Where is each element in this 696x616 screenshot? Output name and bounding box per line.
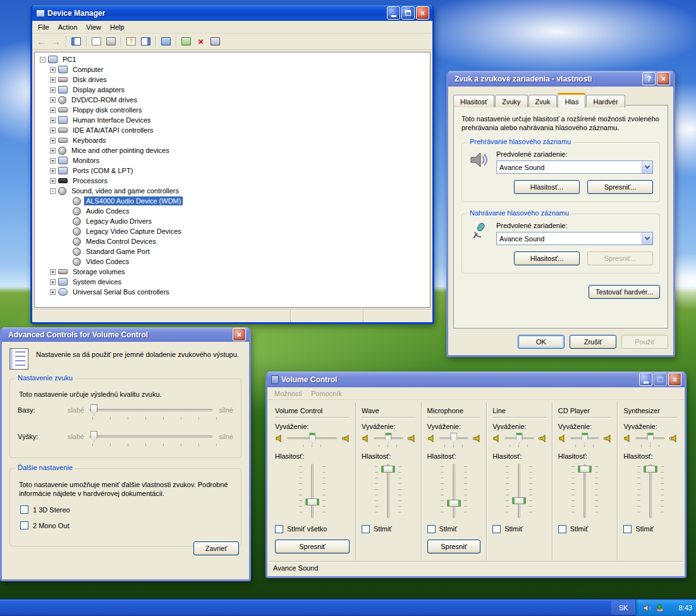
volume-thumb[interactable] — [381, 466, 395, 473]
balance-thumb[interactable] — [582, 433, 589, 444]
tree-item-game-port[interactable]: Standard Game Port — [36, 246, 430, 257]
test-hardware-button[interactable]: Testovať hardvér... — [589, 285, 660, 299]
help-button[interactable]: ? — [642, 72, 656, 85]
tree-item-legacy-video[interactable]: Legacy Video Capture Devices — [36, 226, 430, 236]
recording-device-select[interactable]: Avance Sound — [496, 232, 653, 245]
chevron-down-icon[interactable] — [642, 233, 652, 245]
balance-slider[interactable] — [634, 433, 666, 444]
volume-slider[interactable] — [427, 464, 481, 519]
playback-advanced-button[interactable]: Spresniť... — [587, 180, 653, 194]
tree-item-als4000[interactable]: ALS4000 Audio Device (WDM) — [36, 196, 430, 206]
volume-slider[interactable] — [558, 464, 612, 519]
chevron-down-icon[interactable] — [642, 161, 652, 173]
device-manager-titlebar[interactable]: Device Manager × — [32, 5, 432, 21]
safely-remove-hardware-icon[interactable] — [655, 603, 664, 613]
back-icon[interactable]: ← — [35, 35, 48, 48]
scan-hardware-icon[interactable] — [159, 35, 173, 48]
tree-item-computer[interactable]: +Computer — [36, 64, 430, 75]
tree-item-audio-codecs[interactable]: Audio Codecs — [36, 206, 430, 216]
maximize-button[interactable] — [401, 6, 415, 20]
balance-slider[interactable] — [438, 433, 470, 444]
volume-tray-icon[interactable] — [642, 603, 652, 613]
balance-slider[interactable] — [503, 433, 535, 444]
volume-thumb[interactable] — [578, 466, 592, 473]
balance-thumb[interactable] — [647, 433, 654, 444]
balance-thumb[interactable] — [385, 433, 392, 444]
help-pages-icon[interactable]: ? — [125, 35, 138, 48]
3d-stereo-checkbox[interactable] — [20, 505, 28, 514]
tree-item-monitors[interactable]: +Monitors — [36, 155, 430, 166]
close-dialog-button[interactable]: Zavrieť — [193, 541, 239, 555]
mute-checkbox[interactable] — [623, 525, 632, 533]
playback-volume-button[interactable]: Hlasitosť... — [514, 180, 580, 194]
mute-all-checkbox[interactable] — [275, 525, 283, 533]
tree-item-usb-controllers[interactable]: +Universal Serial Bus controllers — [36, 287, 430, 297]
mono-out-checkbox[interactable] — [20, 521, 28, 529]
tree-item-sound-controllers[interactable]: -Sound, video and game controllers — [36, 186, 430, 196]
treble-slider-thumb[interactable] — [90, 431, 97, 442]
menu-help[interactable]: Help — [106, 22, 129, 32]
mute-checkbox[interactable] — [558, 525, 566, 533]
properties-icon[interactable] — [90, 35, 103, 48]
balance-thumb[interactable] — [450, 433, 457, 444]
uninstall-device-icon[interactable] — [209, 35, 222, 48]
tree-item-dvd-drives[interactable]: +DVD/CD-ROM drives — [36, 95, 430, 105]
show-action-pane-icon[interactable] — [139, 35, 152, 48]
bass-slider-thumb[interactable] — [90, 404, 97, 416]
volume-slider[interactable] — [492, 464, 546, 519]
volume-slider[interactable] — [362, 464, 415, 519]
balance-slider[interactable] — [286, 433, 339, 444]
tree-item-display-adapters[interactable]: +Display adapters — [36, 85, 430, 95]
tab-hlasitost[interactable]: Hlasitosť — [453, 95, 494, 107]
tree-item-media-control[interactable]: Media Control Devices — [36, 236, 430, 246]
minimize-button[interactable] — [639, 373, 652, 386]
tree-item-floppy-controllers[interactable]: +Floppy disk controllers — [36, 105, 430, 115]
tab-zvuky[interactable]: Zvuky — [495, 95, 527, 107]
minimize-button[interactable] — [387, 6, 400, 20]
balance-slider[interactable] — [372, 433, 405, 444]
tree-item-keyboards[interactable]: +Keyboards — [36, 135, 430, 145]
mute-checkbox[interactable] — [492, 525, 501, 533]
ok-button[interactable]: OK — [518, 335, 565, 349]
volume-control-titlebar[interactable]: Volume Control × — [267, 371, 685, 387]
advanced-button[interactable]: Spresniť — [275, 540, 350, 553]
forward-icon[interactable]: → — [49, 35, 63, 48]
sound-properties-titlebar[interactable]: Zvuk a zvukové zariadenia - vlastnosti ?… — [448, 71, 673, 87]
balance-slider[interactable] — [569, 433, 601, 444]
menu-moznosti[interactable]: Možnosti — [270, 389, 307, 399]
close-button[interactable]: × — [657, 72, 670, 85]
tree-item-ports[interactable]: +Ports (COM & LPT) — [36, 166, 430, 176]
treble-slider[interactable] — [89, 431, 212, 442]
menu-pomocnik[interactable]: Pomocník — [307, 389, 346, 399]
cancel-button[interactable]: Zrušiť — [570, 335, 616, 349]
playback-device-select[interactable]: Avance Sound — [496, 160, 653, 174]
close-button[interactable]: × — [416, 6, 429, 20]
language-indicator[interactable]: SK — [611, 601, 635, 615]
close-button[interactable]: × — [668, 373, 681, 386]
volume-thumb[interactable] — [512, 497, 526, 504]
volume-slider[interactable] — [275, 464, 350, 519]
advanced-button[interactable]: Spresniť — [427, 540, 481, 553]
taskbar-clock[interactable]: 8:43 — [679, 604, 692, 612]
mute-checkbox[interactable] — [427, 525, 436, 533]
volume-thumb[interactable] — [305, 498, 319, 505]
tab-hardver[interactable]: Hardvér — [586, 95, 625, 107]
volume-thumb[interactable] — [447, 500, 461, 507]
volume-thumb[interactable] — [644, 466, 657, 473]
tree-item-video-codecs[interactable]: Video Codecs — [36, 257, 430, 267]
tree-item-storage-volumes[interactable]: +Storage volumes — [36, 267, 430, 277]
tree-item-hid[interactable]: +Human Interface Devices — [36, 115, 430, 125]
bass-slider[interactable] — [89, 404, 212, 416]
tree-item-ide-controllers[interactable]: +IDE ATA/ATAPI controllers — [36, 125, 430, 135]
close-button[interactable]: × — [233, 328, 246, 341]
balance-thumb[interactable] — [516, 433, 523, 444]
disable-device-icon[interactable]: × — [194, 35, 207, 48]
print-icon[interactable] — [104, 35, 118, 48]
recording-volume-button[interactable]: Hlasitosť... — [514, 251, 580, 265]
show-console-tree-icon[interactable] — [70, 35, 83, 48]
tree-item-mice[interactable]: +Mice and other pointing devices — [36, 145, 430, 155]
advanced-controls-titlebar[interactable]: Advanced Controls for Volume Control × — [2, 327, 249, 342]
tree-item-processors[interactable]: +Processors — [36, 176, 430, 186]
tree-item-pc1[interactable]: -PC1 — [36, 54, 430, 64]
menu-file[interactable]: File — [34, 22, 54, 32]
